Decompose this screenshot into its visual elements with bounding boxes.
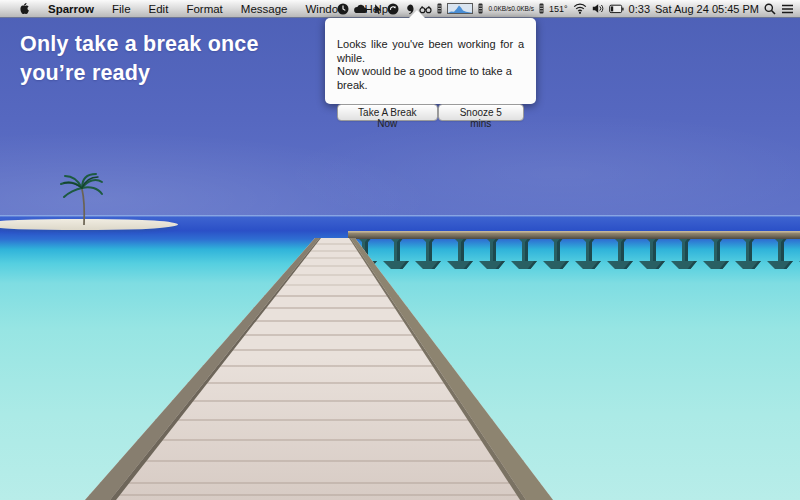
menu-extra-sync[interactable] <box>387 0 399 17</box>
cursor-icon <box>372 3 382 15</box>
cpu-history-graph <box>447 3 473 14</box>
menu-extra-battery[interactable] <box>609 0 624 17</box>
upload-speed: 0.0KB/s <box>488 5 511 12</box>
gauge-icon <box>478 3 483 14</box>
popup-message-line2: Now would be a good time to take a break… <box>337 65 524 92</box>
desktop: Only take a break once you’re ready Spar… <box>0 0 800 500</box>
battery-icon <box>609 4 624 14</box>
menu-extra-gauge-1[interactable] <box>437 0 442 17</box>
break-notification-popup: Looks like you've been working for a whi… <box>325 18 536 104</box>
menu-extra-cloud[interactable] <box>354 0 367 17</box>
menu-extra-spotlight[interactable] <box>764 0 776 17</box>
wifi-icon <box>573 3 587 14</box>
popup-message: Looks like you've been working for a whi… <box>325 18 536 92</box>
headline-line2: you’re ready <box>20 59 259 88</box>
menu-file[interactable]: File <box>103 0 140 17</box>
menu-format[interactable]: Format <box>177 0 231 17</box>
menu-extra-break-timer[interactable] <box>337 0 349 17</box>
menu-edit[interactable]: Edit <box>140 0 178 17</box>
menu-app-name[interactable]: Sparrow <box>39 0 103 17</box>
popup-message-line1: Looks like you've been working for a whi… <box>337 38 524 65</box>
take-break-button[interactable]: Take A Break Now <box>337 104 438 121</box>
download-speed: 0.0KB/s <box>511 5 534 12</box>
sync-icon <box>387 3 399 15</box>
apple-menu[interactable] <box>10 0 39 17</box>
volume-icon <box>592 3 604 14</box>
battery-time-remaining[interactable]: 0:33 <box>629 0 650 17</box>
popup-arrow <box>409 10 425 18</box>
menu-extra-volume[interactable] <box>592 0 604 17</box>
menu-bar-clock[interactable]: Sat Aug 24 05:45 PM <box>655 0 759 17</box>
menu-extra-cpu-history[interactable] <box>447 0 473 17</box>
snooze-button[interactable]: Snooze 5 mins <box>438 104 524 121</box>
spotlight-icon <box>764 3 776 15</box>
menu-message[interactable]: Message <box>232 0 297 17</box>
clock-icon <box>337 3 349 15</box>
menu-bar: Sparrow File Edit Format Message Window … <box>0 0 800 18</box>
network-speed-readout[interactable]: 0.0KB/s 0.0KB/s <box>488 0 534 17</box>
cloud-icon <box>354 3 367 14</box>
headline-line1: Only take a break once <box>20 30 259 59</box>
gauge-icon <box>437 3 442 14</box>
notification-center-icon <box>781 4 794 14</box>
menu-extra-wifi[interactable] <box>573 0 587 17</box>
menu-extra-gauge-2[interactable] <box>478 0 483 17</box>
menu-extra-pointer[interactable] <box>372 0 382 17</box>
gauge-icon <box>539 3 544 14</box>
menu-extra-gauge-3[interactable] <box>539 0 544 17</box>
popup-buttons: Take A Break Now Snooze 5 mins <box>325 92 536 121</box>
menu-bar-extras: 0.0KB/s 0.0KB/s 151° <box>337 0 800 17</box>
temperature-readout[interactable]: 151° <box>549 0 568 17</box>
wallpaper-headline: Only take a break once you’re ready <box>20 30 259 88</box>
menu-extra-notification-center[interactable] <box>781 0 794 17</box>
apple-logo-icon <box>19 2 30 15</box>
